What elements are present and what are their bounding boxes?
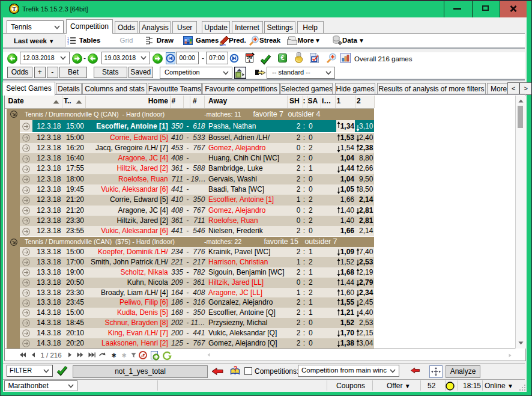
svg-text:€: € — [280, 54, 284, 61]
svg-text:?: ? — [234, 365, 237, 372]
svg-text:T: T — [12, 6, 16, 12]
svg-text:3: 3 — [67, 41, 69, 44]
